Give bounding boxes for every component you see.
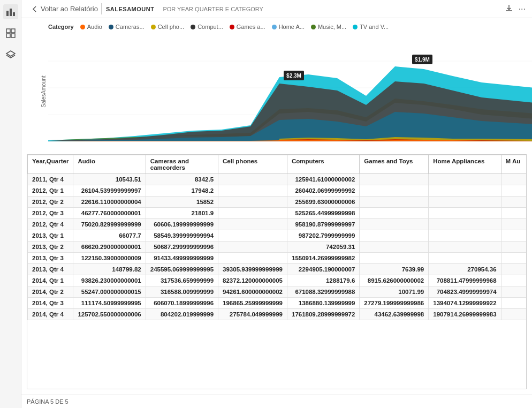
legend-dot-audio xyxy=(80,25,85,29)
page-title: SALESAMOUNT xyxy=(106,6,154,12)
data-table[interactable]: Year,Quarter Audio Cameras and camcorder… xyxy=(27,154,527,389)
legend-dot-music xyxy=(311,25,316,29)
sidebar-barchart-icon[interactable] xyxy=(3,4,18,19)
legend-item-games: Games a... xyxy=(230,24,265,30)
table-row: 2012, Qtr 126104.53999999999717948.22604… xyxy=(28,185,527,197)
main-content: Voltar ao Relatório SALESAMOUNT POR YEAR… xyxy=(21,0,532,408)
table-body: 2011, Qtr 410543.518342.5125941.61000000… xyxy=(28,174,527,320)
legend-item-computers: Comput... xyxy=(191,24,223,30)
col-header-audio: Audio xyxy=(73,155,146,174)
chart-svg-container: SalesAmount xyxy=(48,34,521,149)
legend-label-home: Home A... xyxy=(279,24,305,30)
legend-item-cameras: Cameras... xyxy=(109,24,145,30)
sidebar-layers-icon[interactable] xyxy=(3,47,18,62)
legend-label-tv: TV and V... xyxy=(360,24,389,30)
left-sidebar xyxy=(0,0,21,408)
table-row: 2014, Qtr 193826.230000000001317536.6599… xyxy=(28,275,527,286)
legend-category-label: Category xyxy=(48,24,74,30)
legend-dot-home xyxy=(272,25,277,29)
header-subtitle: POR YEAR QUARTER E CATEGORY xyxy=(163,6,263,12)
col-header-games: Games and Toys xyxy=(360,155,429,174)
table-row: 2012, Qtr 475020.82999999999960606.19999… xyxy=(28,219,527,230)
table-row: 2013, Qtr 166077.758549.3999999999949872… xyxy=(28,230,527,241)
table-row: 2013, Qtr 266620.29000000000150687.29999… xyxy=(28,241,527,253)
svg-marker-7 xyxy=(6,51,15,56)
col-header-cameras: Cameras and camcorders xyxy=(146,155,218,174)
header-right: ··· xyxy=(505,4,526,14)
svg-rect-6 xyxy=(11,34,15,37)
legend-dot-cameras xyxy=(109,25,113,29)
legend-label-games: Games a... xyxy=(237,24,265,30)
area-chart: $2.3M $1.9M 2011Qtr 4 2012Qtr 1 2012Qtr … xyxy=(48,34,532,147)
footer: PÁGINA 5 DE 5 xyxy=(21,395,532,408)
table-row: 2012, Qtr 222616.11000000000415852255699… xyxy=(28,197,527,208)
header-left: Voltar ao Relatório SALESAMOUNT POR YEAR… xyxy=(28,3,263,14)
download-icon[interactable] xyxy=(505,4,513,14)
legend-dot-tv xyxy=(353,25,358,29)
col-header-home: Home Appliances xyxy=(429,155,501,174)
svg-rect-5 xyxy=(6,34,10,37)
legend-label-music: Music, M... xyxy=(318,24,346,30)
legend-item-cellphones: Cell pho... xyxy=(151,24,185,30)
col-header-computers: Computers xyxy=(287,155,360,174)
table-row: 2014, Qtr 255247.000000000015316588.0099… xyxy=(28,286,527,298)
col-header-cellphones: Cell phones xyxy=(218,155,287,174)
y-axis-label: SalesAmount xyxy=(41,75,47,107)
legend-label-cellphones: Cell pho... xyxy=(158,24,185,30)
col-header-m: M Au xyxy=(501,155,527,174)
table-row: 2014, Qtr 3111174.50999999995606070.1899… xyxy=(28,298,527,309)
svg-text:$2.3M: $2.3M xyxy=(286,73,301,79)
svg-rect-3 xyxy=(6,29,10,33)
legend-item-home: Home A... xyxy=(272,24,305,30)
svg-rect-4 xyxy=(11,29,15,33)
legend-item-audio: Audio xyxy=(80,24,102,30)
more-options-icon[interactable]: ··· xyxy=(519,4,526,14)
legend-dot-cellphones xyxy=(151,25,156,29)
chart-legend: Category Audio Cameras... Cell pho... Co… xyxy=(48,24,521,30)
svg-text:$1.9M: $1.9M xyxy=(415,57,430,63)
legend-item-tv: TV and V... xyxy=(353,24,389,30)
sidebar-grid-icon[interactable] xyxy=(3,26,18,41)
back-button[interactable]: Voltar ao Relatório xyxy=(28,3,102,14)
back-label: Voltar ao Relatório xyxy=(41,5,98,13)
svg-rect-0 xyxy=(6,11,9,16)
legend-dot-games xyxy=(230,25,234,29)
chart-area: Category Audio Cameras... Cell pho... Co… xyxy=(21,18,532,154)
col-header-quarter: Year,Quarter xyxy=(28,155,73,174)
legend-label-computers: Comput... xyxy=(197,24,223,30)
table-row: 2013, Qtr 4148799.82245595.0699999999953… xyxy=(28,264,527,275)
header-bar: Voltar ao Relatório SALESAMOUNT POR YEAR… xyxy=(21,0,532,18)
table-header-row: Year,Quarter Audio Cameras and camcorder… xyxy=(28,155,527,174)
svg-rect-1 xyxy=(10,9,12,16)
page-info: PÁGINA 5 DE 5 xyxy=(27,398,69,405)
legend-label-audio: Audio xyxy=(87,24,102,30)
legend-dot-computers xyxy=(191,25,195,29)
table-row: 2014, Qtr 4125702.550000000006804202.019… xyxy=(28,309,527,320)
svg-rect-2 xyxy=(13,12,15,16)
table-row: 2013, Qtr 3122150.3900000000991433.49999… xyxy=(28,253,527,264)
table-row: 2012, Qtr 346277.76000000000121801.95252… xyxy=(28,208,527,219)
legend-item-music: Music, M... xyxy=(311,24,346,30)
legend-label-cameras: Cameras... xyxy=(116,24,145,30)
table-row: 2011, Qtr 410543.518342.5125941.61000000… xyxy=(28,174,527,185)
sales-table: Year,Quarter Audio Cameras and camcorder… xyxy=(27,155,527,320)
